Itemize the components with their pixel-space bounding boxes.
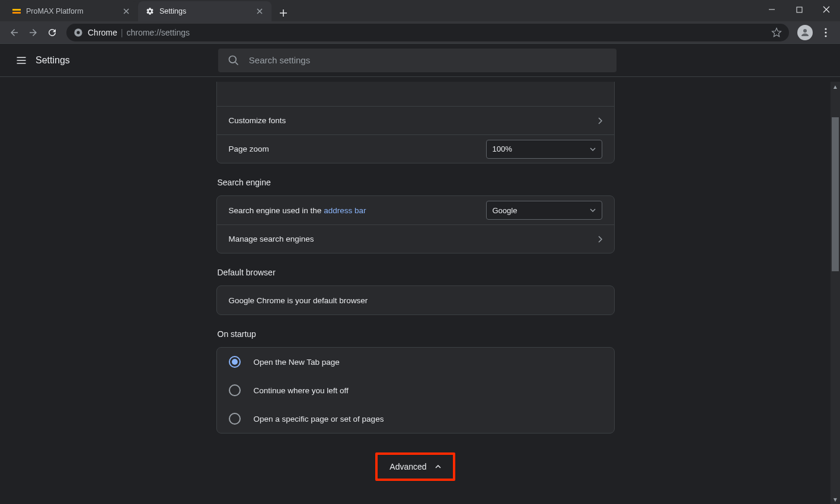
radio-icon — [229, 384, 241, 396]
svg-rect-2 — [797, 7, 802, 12]
caret-up-icon — [435, 465, 441, 468]
advanced-label: Advanced — [389, 462, 426, 471]
tab-promax[interactable]: ProMAX Platform — [5, 1, 138, 21]
radio-icon — [229, 356, 241, 368]
radio-icon — [229, 413, 241, 425]
advanced-toggle-button[interactable]: Advanced — [379, 456, 451, 477]
settings-content: Customize fonts Page zoom 100% Search en… — [216, 82, 615, 504]
promax-favicon — [12, 7, 21, 16]
hamburger-menu-button[interactable] — [9, 49, 33, 72]
default-browser-card: Google Chrome is your default browser — [216, 285, 615, 315]
forward-button[interactable] — [24, 23, 43, 42]
search-engine-used-label: Search engine used in the address bar — [229, 206, 486, 215]
profile-avatar[interactable] — [797, 25, 813, 40]
page-zoom-label: Page zoom — [229, 145, 486, 153]
chrome-page-icon — [74, 28, 83, 37]
startup-option-new-tab[interactable]: Open the New Tab page — [217, 348, 614, 376]
search-icon — [228, 54, 239, 66]
search-engine-used-row: Search engine used in the address bar Go… — [217, 196, 614, 224]
back-button[interactable] — [5, 23, 24, 42]
startup-option-label: Continue where you left off — [254, 386, 349, 395]
svg-point-6 — [825, 28, 826, 30]
vertical-scrollbar[interactable]: ▲ ▼ — [831, 82, 840, 504]
omnibox-separator: | — [121, 28, 123, 37]
highlight-annotation: Advanced — [375, 452, 455, 481]
svg-point-8 — [825, 35, 826, 37]
gear-icon — [145, 7, 155, 16]
omnibox-origin: Chrome — [88, 28, 117, 37]
new-tab-button[interactable] — [275, 5, 292, 21]
chevron-right-icon — [598, 117, 602, 124]
default-browser-section-title: Default browser — [218, 268, 615, 277]
startup-option-label: Open a specific page or set of pages — [254, 415, 384, 423]
customize-fonts-row[interactable]: Customize fonts — [217, 106, 614, 134]
window-controls — [758, 0, 840, 24]
settings-search[interactable] — [218, 49, 617, 72]
default-browser-status-row: Google Chrome is your default browser — [217, 286, 614, 314]
svg-point-4 — [76, 31, 79, 34]
maximize-button[interactable] — [785, 0, 813, 19]
manage-search-engines-label: Manage search engines — [229, 235, 598, 243]
on-startup-card: Open the New Tab page Continue where you… — [216, 347, 615, 434]
close-icon[interactable] — [255, 7, 264, 16]
tab-title: Settings — [159, 7, 186, 15]
search-engine-prefix: Search engine used in the — [229, 206, 324, 215]
caret-down-icon — [590, 147, 596, 151]
address-bar-link[interactable]: address bar — [324, 206, 366, 215]
scroll-thumb[interactable] — [832, 117, 839, 271]
manage-search-engines-row[interactable]: Manage search engines — [217, 224, 614, 253]
browser-menu-button[interactable] — [816, 23, 835, 42]
page-zoom-value: 100% — [493, 145, 512, 153]
tab-settings[interactable]: Settings — [138, 1, 272, 21]
on-startup-section-title: On startup — [218, 329, 615, 339]
search-engine-value: Google — [493, 206, 518, 215]
tab-strip: ProMAX Platform Settings — [0, 0, 840, 21]
svg-point-7 — [825, 31, 826, 33]
scroll-up-arrow[interactable]: ▲ — [831, 82, 840, 91]
reload-button[interactable] — [43, 23, 62, 42]
svg-rect-0 — [12, 9, 21, 11]
scroll-down-arrow[interactable]: ▼ — [831, 495, 840, 504]
appearance-card: Customize fonts Page zoom 100% — [216, 82, 615, 163]
search-engine-card: Search engine used in the address bar Go… — [216, 195, 615, 253]
settings-scroll-viewport: Customize fonts Page zoom 100% Search en… — [0, 82, 831, 504]
browser-toolbar: Chrome | chrome://settings — [0, 21, 840, 44]
minimize-button[interactable] — [758, 0, 785, 19]
tab-title: ProMAX Platform — [26, 7, 84, 15]
chevron-right-icon — [598, 236, 602, 243]
search-engine-section-title: Search engine — [218, 178, 615, 187]
omnibox-path: chrome://settings — [126, 28, 190, 37]
customize-fonts-label: Customize fonts — [229, 116, 598, 125]
page-title: Settings — [36, 55, 70, 66]
startup-option-continue[interactable]: Continue where you left off — [217, 376, 614, 405]
font-size-row-partial — [217, 82, 614, 106]
bookmark-star-icon[interactable] — [771, 27, 782, 38]
address-bar[interactable]: Chrome | chrome://settings — [66, 24, 789, 41]
startup-option-label: Open the New Tab page — [254, 358, 340, 367]
search-engine-dropdown[interactable]: Google — [486, 201, 602, 220]
settings-search-input[interactable] — [249, 55, 607, 65]
page-zoom-row: Page zoom 100% — [217, 134, 614, 163]
close-window-button[interactable] — [813, 0, 840, 19]
caret-down-icon — [590, 208, 596, 212]
close-icon[interactable] — [122, 7, 131, 16]
settings-header: Settings — [0, 44, 840, 77]
startup-option-specific-pages[interactable]: Open a specific page or set of pages — [217, 405, 614, 433]
default-browser-status: Google Chrome is your default browser — [229, 296, 602, 305]
svg-point-9 — [229, 56, 236, 63]
advanced-section: Advanced — [216, 452, 615, 481]
page-zoom-dropdown[interactable]: 100% — [486, 140, 602, 159]
svg-rect-1 — [12, 12, 21, 14]
svg-point-5 — [803, 29, 807, 33]
